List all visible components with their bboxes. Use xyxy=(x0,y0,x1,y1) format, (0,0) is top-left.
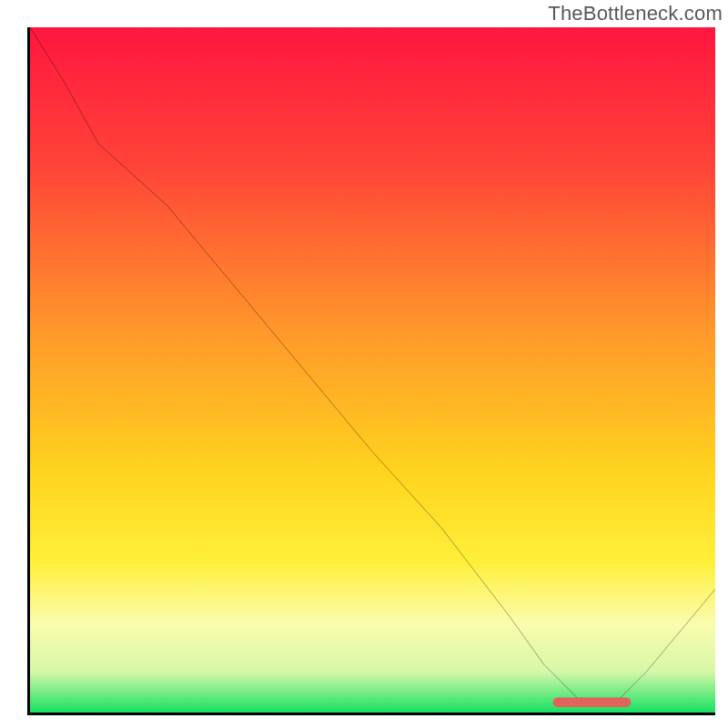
gradient-background xyxy=(30,27,715,713)
watermark-text: TheBottleneck.com xyxy=(548,2,723,25)
svg-rect-0 xyxy=(30,27,715,713)
plot-area xyxy=(27,27,715,715)
chart-frame: TheBottleneck.com xyxy=(0,0,728,728)
